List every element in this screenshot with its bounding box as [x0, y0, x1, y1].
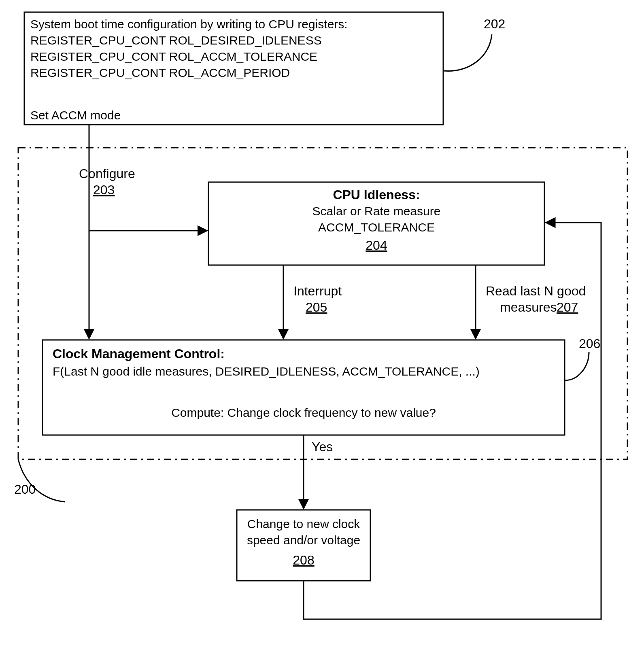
label-200: 200: [14, 482, 36, 497]
box202-line2: REGISTER_CPU_CONT ROL_DESIRED_IDLENESS: [30, 34, 322, 47]
box206-title: Clock Management Control:: [53, 346, 225, 361]
box206-l2: F(Last N good idle measures, DESIRED_IDL…: [53, 365, 480, 378]
label-206: 206: [579, 336, 600, 351]
box208-ref: 208: [293, 553, 314, 567]
leader-202: [443, 34, 492, 71]
box202-line5: Set ACCM mode: [30, 108, 121, 122]
box208-l2: speed and/or voltage: [247, 533, 360, 547]
leader-206: [565, 352, 589, 380]
box202-line4: REGISTER_CPU_CONT ROL_ACCM_PERIOD: [30, 66, 290, 79]
yes-label: Yes: [312, 439, 333, 454]
interrupt-ref: 205: [306, 300, 327, 314]
read-l1: Read last N good: [486, 284, 586, 298]
box202-line1: System boot time configuration by writin…: [30, 17, 348, 31]
arrow-feedback: [304, 223, 601, 619]
label-202: 202: [484, 17, 505, 31]
box204-l2: Scalar or Rate measure: [312, 204, 441, 218]
box202-line3: REGISTER_CPU_CONT ROL_ACCM_TOLERANCE: [30, 50, 317, 63]
configure-ref: 203: [93, 183, 115, 197]
configure-label: Configure: [79, 166, 135, 181]
box204-ref: 204: [366, 238, 387, 253]
box206-l3: Compute: Change clock frequency to new v…: [171, 406, 436, 419]
read-ref: 207: [557, 300, 578, 314]
box208-l1: Change to new clock: [247, 517, 360, 531]
interrupt-label: Interrupt: [293, 284, 342, 298]
read-l2a: measures: [500, 300, 557, 314]
box204-l3: ACCM_TOLERANCE: [318, 221, 435, 234]
box204-title: CPU Idleness:: [333, 187, 420, 202]
